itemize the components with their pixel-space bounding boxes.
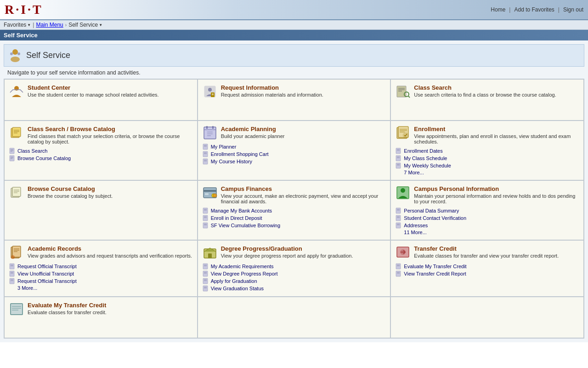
sf-view-icon (203, 222, 209, 229)
home-link[interactable]: Home (491, 6, 505, 13)
sf-view-link[interactable]: SF View Cumulative Borrowing (211, 223, 280, 228)
view-degree-report-link[interactable]: View Degree Progress Report (211, 271, 278, 276)
class-search-top-icon (396, 84, 410, 99)
class-search-top-desc: Use search criteria to find a class or b… (414, 92, 579, 98)
transfer-credit-title[interactable]: Transfer Credit (414, 245, 456, 252)
svg-rect-21 (10, 148, 14, 154)
my-course-history-icon (203, 158, 209, 165)
my-academic-req-icon (203, 263, 209, 270)
academic-records-more-link[interactable]: 3 More... (9, 285, 192, 291)
svg-rect-113 (203, 278, 208, 284)
evaluate-transfer-link[interactable]: Evaluate My Transfer Credit (404, 264, 466, 269)
student-contact-link[interactable]: Student Contact Verification (404, 215, 466, 221)
enrollment-more-link[interactable]: 7 More... (396, 170, 579, 175)
card-request-info: Request Information Request admission ma… (198, 79, 391, 121)
svg-rect-81 (396, 208, 401, 213)
browse-course-link[interactable]: Browse Course Catalog (17, 155, 71, 161)
svg-line-15 (408, 96, 410, 98)
favorites-label: Favorites (4, 22, 26, 28)
svg-point-1 (11, 57, 20, 62)
apply-graduation-link[interactable]: Apply for Graduation (211, 278, 257, 284)
enroll-direct-icon (203, 215, 209, 221)
degree-progress-icon (203, 245, 217, 260)
svg-rect-61 (12, 187, 21, 196)
my-course-history-link[interactable]: My Course History (211, 159, 252, 164)
addresses-link[interactable]: Addresses (404, 223, 428, 228)
my-class-schedule-link[interactable]: My Class Schedule (404, 155, 447, 161)
svg-point-3 (17, 52, 20, 55)
card-class-search-top: Class Search Use search criteria to find… (390, 79, 584, 121)
svg-rect-121 (396, 264, 401, 269)
campus-finances-title[interactable]: Campus Finances (221, 185, 272, 192)
request-official-transcript-link[interactable]: Request Official Transcript (17, 264, 77, 269)
personal-more-link[interactable]: 11 More... (396, 230, 579, 235)
apply-graduation-icon (203, 278, 209, 284)
self-service-breadcrumb[interactable]: Self Service ▼ (68, 22, 102, 28)
svg-rect-106 (208, 253, 212, 258)
request-official-transcript-2-link[interactable]: Request Official Transcript (17, 278, 77, 284)
svg-rect-29 (204, 127, 216, 139)
my-academic-req-link[interactable]: My Academic Requirements (211, 264, 274, 269)
view-transfer-report-link[interactable]: View Transfer Credit Report (404, 271, 466, 276)
student-center-title[interactable]: Student Center (28, 84, 70, 91)
enrollment-shopping-link[interactable]: Enrollment Shopping Cart (211, 151, 269, 157)
view-transfer-report-icon (396, 270, 402, 277)
sign-out-link[interactable]: Sign out (563, 6, 583, 13)
degree-progress-desc: View your degree progress report and app… (221, 253, 386, 259)
empty-card-1 (198, 297, 391, 338)
request-info-title[interactable]: Request Information (221, 84, 279, 91)
svg-point-95 (11, 255, 15, 259)
class-search-link[interactable]: Class Search (17, 148, 47, 154)
view-unofficial-transcript-link[interactable]: View Unofficial Transcript (17, 271, 74, 276)
academic-records-links: Request Official Transcript View Unoffic… (9, 263, 192, 291)
evaluate-transfer-card-title[interactable]: Evaluate My Transfer Credit (28, 302, 106, 309)
rit-logo: R·I·T (5, 2, 43, 17)
svg-rect-17 (12, 127, 21, 137)
browse-course-title[interactable]: Browse Course Catalog (28, 185, 95, 192)
student-contact-icon (396, 215, 402, 221)
cards-grid: Student Center Use the student center to… (4, 79, 584, 339)
browse-catalog-desc: Find classes that match your selection c… (28, 133, 192, 144)
enrollment-dates-link[interactable]: Enrollment Dates (404, 148, 442, 154)
academic-records-title[interactable]: Academic Records (28, 245, 81, 252)
personal-data-link[interactable]: Personal Data Summary (404, 208, 459, 213)
browse-catalog-title[interactable]: Class Search / Browse Catalog (28, 126, 115, 132)
svg-rect-31 (206, 126, 208, 129)
enrollment-title[interactable]: Enrollment (414, 126, 445, 132)
add-to-favorites-link[interactable]: Add to Favorites (514, 6, 554, 13)
card-browse-catalog: Class Search / Browse Catalog Find class… (4, 121, 198, 180)
transfer-credit-desc: Evaluate classes for transfer and view y… (414, 253, 579, 259)
enroll-direct-link[interactable]: Enroll in Direct Deposit (211, 215, 262, 221)
academic-planning-title[interactable]: Academic Planning (221, 126, 276, 132)
degree-progress-title[interactable]: Degree Progress/Graduation (221, 245, 302, 252)
svg-rect-99 (10, 271, 14, 276)
svg-rect-110 (203, 271, 208, 276)
view-graduation-status-link[interactable]: View Graduation Status (211, 286, 264, 291)
my-weekly-schedule-link[interactable]: My Weekly Schedule (404, 163, 451, 168)
svg-rect-39 (203, 151, 208, 157)
manage-bank-link[interactable]: Manage My Bank Accounts (211, 208, 272, 213)
browse-course-desc: Browse the course catalog by subject. (28, 193, 192, 199)
svg-rect-73 (203, 215, 208, 221)
main-menu-link[interactable]: Main Menu (36, 22, 63, 28)
class-search-top-title[interactable]: Class Search (414, 84, 452, 91)
class-search-link-icon (9, 148, 16, 154)
evaluate-transfer-icon (396, 263, 402, 270)
favorites-button[interactable]: Favorites ▼ (4, 22, 31, 28)
my-planner-icon (203, 144, 209, 150)
academic-records-icon (9, 245, 24, 260)
page-title: Self Service (26, 51, 70, 60)
card-enrollment: Enrollment View appointments, plan and e… (390, 121, 584, 180)
my-class-schedule-icon (396, 155, 402, 161)
card-transfer-credit: Transfer Credit Evaluate classes for tra… (390, 240, 584, 297)
req-official-icon (9, 263, 16, 270)
my-planner-link[interactable]: My Planner (211, 144, 237, 150)
svg-rect-67 (205, 193, 209, 195)
view-graduation-status-icon (203, 285, 209, 292)
campus-personal-title[interactable]: Campus Personal Information (414, 185, 499, 192)
card-campus-personal: Campus Personal Information Maintain you… (390, 180, 584, 240)
browse-course-icon (9, 185, 24, 200)
svg-rect-57 (396, 163, 401, 168)
svg-rect-25 (10, 155, 14, 161)
campus-personal-icon (396, 185, 410, 200)
